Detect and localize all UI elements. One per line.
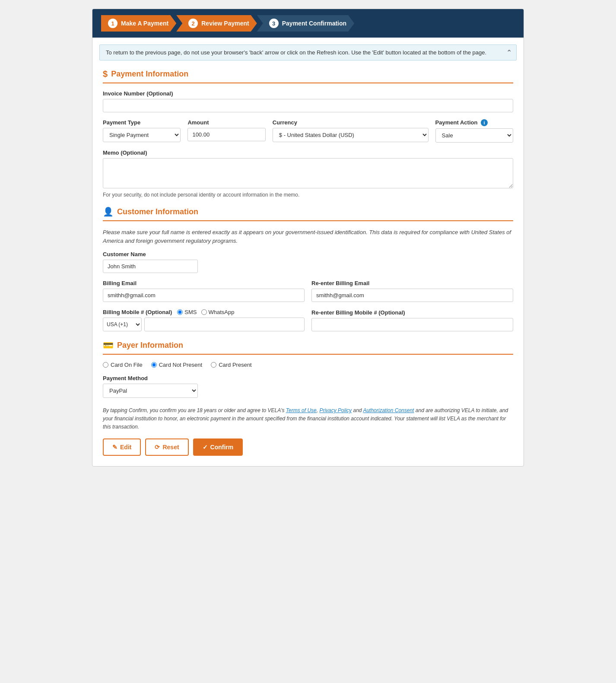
- mobile-radio-group: SMS WhatsApp: [177, 309, 234, 315]
- whatsapp-radio[interactable]: [201, 309, 207, 315]
- customer-section-title: 👤 Customer Information: [103, 206, 513, 221]
- payer-radio-row: Card On File Card Not Present Card Prese…: [103, 362, 513, 368]
- privacy-policy-link[interactable]: Privacy Policy: [319, 407, 352, 413]
- terms-text: By tapping Confirm, you confirm you are …: [103, 407, 513, 432]
- payment-action-col: Payment Action i Sale: [435, 119, 513, 143]
- info-banner-text: To return to the previous page, do not u…: [106, 49, 486, 56]
- billing-email-col: Billing Email: [103, 280, 305, 302]
- step-1-num: 1: [108, 19, 117, 28]
- sms-radio[interactable]: [177, 309, 183, 315]
- billing-email-input[interactable]: [103, 289, 305, 302]
- collapse-icon[interactable]: ⌃: [506, 48, 512, 57]
- phone-input-wrapper: USA (+1): [103, 318, 305, 331]
- payment-type-label: Payment Type: [103, 119, 181, 126]
- card-present-radio[interactable]: [211, 362, 216, 368]
- payment-method-label: Payment Method: [103, 375, 198, 381]
- re-mobile-input[interactable]: [311, 318, 513, 331]
- mobile-left-col: Billing Mobile # (Optional) SMS WhatsApp: [103, 309, 305, 331]
- billing-mobile-label: Billing Mobile # (Optional): [103, 309, 172, 315]
- memo-note: For your security, do not include person…: [103, 192, 513, 198]
- dollar-icon: $: [103, 69, 108, 79]
- person-icon: 👤: [103, 206, 114, 217]
- step-1[interactable]: 1 Make A Payment: [101, 15, 176, 32]
- customer-name-label: Customer Name: [103, 251, 513, 257]
- country-select[interactable]: USA (+1): [103, 318, 142, 331]
- btn-row: ✎ Edit ⟳ Reset ✓ Confirm: [103, 438, 513, 456]
- customer-name-input[interactable]: [103, 260, 198, 273]
- step-3-num: 3: [269, 19, 279, 28]
- payment-action-label: Payment Action i: [435, 119, 513, 126]
- step-3[interactable]: 3 Payment Confirmation: [257, 15, 354, 32]
- memo-field-group: Memo (Optional) For your security, do no…: [103, 149, 513, 198]
- step-2[interactable]: 2 Review Payment: [176, 15, 257, 32]
- step-3-label: Payment Confirmation: [282, 20, 346, 27]
- re-billing-mobile-label: Re-enter Billing Mobile # (Optional): [311, 309, 513, 316]
- whatsapp-radio-label[interactable]: WhatsApp: [201, 309, 235, 315]
- edit-icon: ✎: [112, 444, 117, 451]
- amount-label: Amount: [187, 119, 265, 126]
- invoice-field-group: Invoice Number (Optional): [103, 90, 513, 112]
- payment-method-select[interactable]: PayPal: [103, 384, 198, 398]
- reset-icon: ⟳: [155, 444, 160, 451]
- payment-section-title: $ Payment Information: [103, 69, 513, 83]
- card-not-present-label[interactable]: Card Not Present: [151, 362, 202, 368]
- card-not-present-radio[interactable]: [151, 362, 157, 368]
- payment-type-col: Payment Type Single Payment: [103, 119, 181, 143]
- billing-mobile-row: Billing Mobile # (Optional) SMS WhatsApp: [103, 309, 513, 331]
- mobile-right-col: Re-enter Billing Mobile # (Optional): [311, 309, 513, 331]
- re-billing-email-input[interactable]: [311, 289, 513, 302]
- amount-input[interactable]: [187, 128, 265, 141]
- payer-section-title: 💳 Payer Information: [103, 340, 513, 355]
- step-2-num: 2: [188, 19, 198, 28]
- amount-col: Amount: [187, 119, 265, 143]
- payment-type-select[interactable]: Single Payment: [103, 128, 181, 142]
- stepper-bar: 1 Make A Payment 2 Review Payment 3 Paym…: [92, 9, 524, 38]
- sms-radio-label[interactable]: SMS: [177, 309, 197, 315]
- check-icon: ✓: [203, 444, 208, 451]
- payment-details-row: Payment Type Single Payment Amount Curre…: [103, 119, 513, 143]
- card-icon: 💳: [103, 340, 114, 350]
- billing-email-row: Billing Email Re-enter Billing Email: [103, 280, 513, 302]
- info-banner: To return to the previous page, do not u…: [99, 44, 517, 60]
- memo-label: Memo (Optional): [103, 149, 513, 156]
- invoice-input[interactable]: [103, 99, 513, 112]
- page-wrapper: 1 Make A Payment 2 Review Payment 3 Paym…: [92, 9, 524, 467]
- payment-action-info-icon[interactable]: i: [481, 119, 488, 126]
- billing-email-label: Billing Email: [103, 280, 305, 286]
- edit-button[interactable]: ✎ Edit: [103, 438, 141, 456]
- step-1-label: Make A Payment: [121, 20, 168, 27]
- currency-label: Currency: [273, 119, 429, 126]
- card-present-label[interactable]: Card Present: [211, 362, 252, 368]
- customer-name-group: Customer Name: [103, 251, 513, 273]
- re-billing-email-col: Re-enter Billing Email: [311, 280, 513, 302]
- memo-textarea[interactable]: [103, 158, 513, 188]
- currency-select[interactable]: $ - United States Dollar (USD): [273, 128, 429, 142]
- re-billing-email-label: Re-enter Billing Email: [311, 280, 513, 286]
- currency-col: Currency $ - United States Dollar (USD): [273, 119, 429, 143]
- payment-action-select[interactable]: Sale: [435, 128, 513, 143]
- customer-note: Please make sure your full name is enter…: [103, 228, 513, 245]
- terms-of-use-link[interactable]: Terms of Use: [286, 407, 317, 413]
- main-content: $ Payment Information Invoice Number (Op…: [92, 69, 524, 466]
- card-on-file-label[interactable]: Card On File: [103, 362, 143, 368]
- payment-method-group: Payment Method PayPal: [103, 375, 198, 398]
- authorization-consent-link[interactable]: Authorization Consent: [363, 407, 414, 413]
- invoice-label: Invoice Number (Optional): [103, 90, 513, 97]
- card-on-file-radio[interactable]: [103, 362, 108, 368]
- mobile-input[interactable]: [144, 318, 305, 331]
- confirm-button[interactable]: ✓ Confirm: [193, 438, 243, 456]
- reset-button[interactable]: ⟳ Reset: [145, 438, 188, 456]
- mobile-label-row: Billing Mobile # (Optional) SMS WhatsApp: [103, 309, 305, 315]
- step-2-label: Review Payment: [201, 20, 249, 27]
